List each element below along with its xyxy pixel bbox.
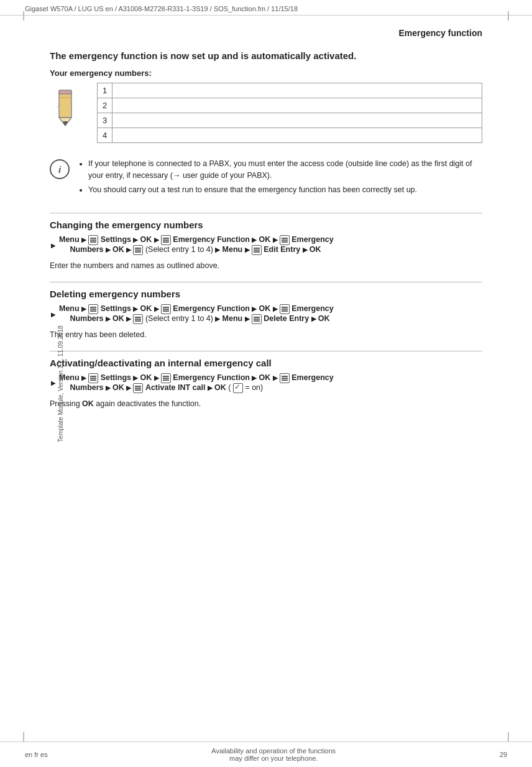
emergency-func-icon-3	[161, 373, 171, 383]
checkbox-icon	[233, 383, 243, 393]
activating-description: Pressing OK again deactivates the functi…	[50, 398, 482, 410]
settings-icon-2	[88, 304, 98, 314]
corner-mark-br: |	[507, 731, 510, 742]
pencil-icon	[50, 85, 81, 129]
nav-step-text-del: Menu ▶ Settings ▶ OK ▶ Emergency Functio…	[59, 304, 334, 324]
emergency-func-icon-1	[161, 235, 171, 245]
page-content: Emergency function The emergency functio…	[0, 16, 532, 432]
delete-entry-icon	[252, 314, 262, 324]
svg-rect-0	[59, 91, 71, 118]
info-text: If your telephone is connected to a PABX…	[77, 158, 482, 198]
nav-steps-changing: Menu ▶ Settings ▶ OK ▶ Emergency Functio…	[50, 235, 482, 255]
pencil-icon-area	[50, 85, 87, 131]
emergency-func-icon-2	[161, 304, 171, 314]
nav-step-text-act: Menu ▶ Settings ▶ OK ▶ Emergency Functio…	[59, 373, 334, 393]
row-num-4: 4	[98, 128, 112, 143]
page-title: Emergency function	[50, 28, 482, 38]
emergency-icon-2	[280, 304, 290, 314]
header-text: Gigaset W570A / LUG US en / A31008-M2728…	[25, 5, 298, 12]
emergency-icon-1	[280, 235, 290, 245]
row-val-3	[112, 113, 482, 128]
row-num-2: 2	[98, 98, 112, 113]
row-val-1	[112, 83, 482, 98]
footer-center-line1: Availability and operation of the functi…	[211, 747, 336, 755]
table-row: 4	[98, 128, 482, 143]
main-heading: The emergency function is now set up and…	[50, 50, 482, 61]
settings-icon-3	[88, 373, 98, 383]
select-icon-2	[133, 314, 143, 324]
settings-icon-1	[88, 235, 98, 245]
info-bullet-2: You should carry out a test run to ensur…	[88, 184, 482, 196]
section-heading-changing: Changing the emergency numbers	[50, 220, 482, 230]
nav-steps-deleting: Menu ▶ Settings ▶ OK ▶ Emergency Functio…	[50, 304, 482, 324]
info-box: i If your telephone is connected to a PA…	[50, 156, 482, 200]
table-row: 1	[98, 83, 482, 98]
emergency-table-section: 1 2 3 4	[50, 83, 482, 143]
your-numbers-label: Your emergency numbers:	[50, 68, 482, 78]
svg-rect-3	[59, 90, 71, 94]
section-heading-activating: Activating/deactivating an internal emer…	[50, 358, 482, 368]
table-row: 3	[98, 113, 482, 128]
corner-mark-tl: |	[22, 10, 25, 21]
row-val-4	[112, 128, 482, 143]
nav-step-text: Menu ▶ Settings ▶ OK ▶ Emergency Functio…	[59, 235, 334, 255]
row-val-2	[112, 98, 482, 113]
emergency-icon-3	[280, 373, 290, 383]
activate-icon	[133, 383, 143, 393]
info-bullet-1: If your telephone is connected to a PABX…	[88, 158, 482, 182]
deleting-description: The entry has been deleted.	[50, 329, 482, 341]
nav-steps-activating: Menu ▶ Settings ▶ OK ▶ Emergency Functio…	[50, 373, 482, 393]
footer-left: en fr es	[25, 751, 48, 758]
edit-entry-icon-1	[252, 245, 262, 255]
footer-center: Availability and operation of the functi…	[211, 747, 336, 762]
corner-mark-bl: |	[22, 731, 25, 742]
emergency-numbers-table: 1 2 3 4	[97, 83, 482, 143]
page-footer: en fr es Availability and operation of t…	[0, 741, 532, 767]
row-num-1: 1	[98, 83, 112, 98]
section-divider-3	[50, 351, 482, 351]
footer-right: 29	[500, 751, 507, 758]
sidebar-label: Template Module, Version 1.2, 11.09.2018	[57, 325, 64, 442]
select-icon-1	[133, 245, 143, 255]
changing-description: Enter the numbers and names as outlined …	[50, 260, 482, 272]
section-heading-deleting: Deleting emergency numbers	[50, 289, 482, 299]
footer-center-line2: may differ on your telephone.	[211, 755, 336, 762]
corner-mark-tr: |	[507, 10, 510, 21]
table-row: 2	[98, 98, 482, 113]
info-icon: i	[50, 159, 70, 179]
section-divider-1	[50, 213, 482, 213]
row-num-3: 3	[98, 113, 112, 128]
section-divider-2	[50, 282, 482, 282]
page-header: Gigaset W570A / LUG US en / A31008-M2728…	[0, 0, 532, 16]
